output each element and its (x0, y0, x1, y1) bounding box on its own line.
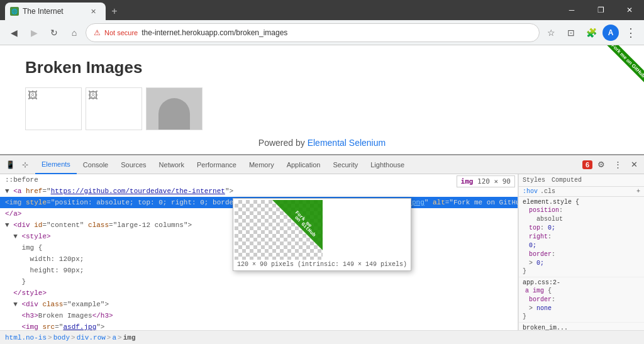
broken-img-icon-2: 🖼 (88, 90, 98, 101)
broken-image-2: 🖼 (86, 87, 142, 130)
page-content: Fork me on GitHub Broken Images 🖼 🖼 (0, 45, 644, 154)
devtools-tab-lighthouse[interactable]: Lighthouse (364, 155, 411, 174)
styles-tab[interactable]: Styles (523, 177, 545, 184)
close-icon[interactable]: ✕ (88, 6, 98, 16)
dom-panel: img 120 × 90 ::before ▼ <a href="https:/… (0, 174, 518, 330)
select-element-icon[interactable]: ⊹ (18, 157, 33, 172)
tab-title: The Internet (23, 7, 84, 16)
img-preview-tooltip: Fork me on GitHub 120 × 90 pixels (intri… (233, 198, 411, 271)
styles-panel: Styles Computed :hov .cls + element.styl… (518, 174, 644, 330)
broken-image-1: 🖼 (25, 87, 82, 130)
dom-line[interactable]: <img src="asdf.jpg"> (0, 321, 518, 330)
browser-tab[interactable]: 🌐 The Internet ✕ (5, 3, 106, 20)
breadcrumb-item-body[interactable]: body (53, 334, 70, 341)
dom-line[interactable]: <h3>Broken Images</h3> (0, 310, 518, 321)
maximize-button[interactable]: ❐ (586, 0, 615, 20)
dom-line[interactable]: </style> (0, 287, 518, 299)
img-badge-tag: img (461, 177, 474, 186)
menu-icon[interactable]: ⋮ (621, 24, 639, 42)
url-text: the-internet.herokuapp.com/broken_images (142, 28, 287, 37)
breadcrumb-item-html[interactable]: html.no-is (5, 334, 47, 341)
devtools-tab-sources[interactable]: Sources (114, 155, 152, 174)
dom-line[interactable]: ::before (0, 174, 518, 186)
not-secure-label: Not secure (104, 29, 138, 36)
error-badge: 6 (582, 160, 592, 169)
broken-img-icon-1: 🖼 (28, 90, 38, 101)
url-bar[interactable]: ⚠ Not secure the-internet.herokuapp.com/… (86, 23, 540, 42)
forward-button[interactable]: ▶ (25, 24, 43, 42)
devtools-tab-elements[interactable]: Elements (35, 155, 77, 174)
images-container: 🖼 🖼 (25, 87, 619, 130)
svg-marker-0 (272, 200, 323, 250)
style-rule-element: element.style { position: absolut top: 0… (519, 197, 644, 277)
devtools-settings-icon[interactable]: ⚙ (594, 157, 609, 172)
elemental-selenium-link[interactable]: Elemental Selenium (308, 138, 386, 148)
devtools-tab-memory[interactable]: Memory (243, 155, 280, 174)
breadcrumb-bar: html.no-is > body > div.row > a > img (0, 330, 644, 344)
devtools-tab-console[interactable]: Console (77, 155, 114, 174)
new-tab-button[interactable]: + (106, 3, 123, 20)
minimize-button[interactable]: ─ (557, 0, 586, 20)
class-filter[interactable]: .cls (540, 188, 555, 195)
powered-by: Powered by Elemental Selenium (25, 138, 619, 148)
github-ribbon[interactable]: Fork me on GitHub (594, 45, 644, 96)
cast-icon[interactable]: ⊡ (562, 24, 580, 42)
style-rule-app: app.css:2- a img { border: > none } (519, 277, 644, 323)
breadcrumb-item-divrow[interactable]: div.row (77, 334, 106, 341)
devtools-more-icon[interactable]: ⋮ (610, 157, 625, 172)
devtools-tab-application[interactable]: Application (280, 155, 327, 174)
breadcrumb-item-a[interactable]: a (112, 334, 116, 341)
devtools-panel: 📱 ⊹ Elements Console Sources Network Per… (0, 154, 644, 344)
devtools-tab-network[interactable]: Network (153, 155, 191, 174)
dom-line[interactable]: ▼ <div class="example"> (0, 299, 518, 310)
force-state-icon[interactable]: + (636, 188, 640, 195)
page-title: Broken Images (25, 58, 619, 77)
security-warning-icon: ⚠ (94, 28, 101, 37)
bookmark-icon[interactable]: ☆ (542, 24, 560, 42)
hover-filter[interactable]: :hov (523, 188, 538, 195)
devtools-undock-icon[interactable]: ✕ (626, 157, 641, 172)
plus-icon: + (111, 6, 117, 17)
devtools-tab-security[interactable]: Security (326, 155, 364, 174)
home-button[interactable]: ⌂ (65, 24, 83, 42)
close-window-button[interactable]: ✕ (615, 0, 644, 20)
profile-avatar[interactable]: A (602, 25, 619, 41)
devtools-tab-performance[interactable]: Performance (191, 155, 243, 174)
breadcrumb-item-img[interactable]: img (123, 334, 136, 341)
img-badge-size: 120 × 90 (477, 177, 511, 186)
reload-button[interactable]: ↻ (45, 24, 63, 42)
extension-icon[interactable]: 🧩 (582, 24, 600, 42)
dom-line[interactable]: } (0, 276, 518, 287)
tooltip-size-text: 120 × 90 pixels (intrinsic: 149 × 149 pi… (235, 260, 409, 269)
avatar-image (146, 87, 203, 130)
computed-tab[interactable]: Computed (552, 177, 582, 184)
back-button[interactable]: ◀ (5, 24, 23, 42)
tab-favicon: 🌐 (10, 7, 19, 16)
style-rule-broken: broken_im... img { width: 120px; height: (519, 323, 644, 330)
mobile-view-icon[interactable]: 📱 (3, 157, 18, 172)
dom-line[interactable]: ▼ <a href="https://github.com/tourdedave… (0, 186, 518, 197)
